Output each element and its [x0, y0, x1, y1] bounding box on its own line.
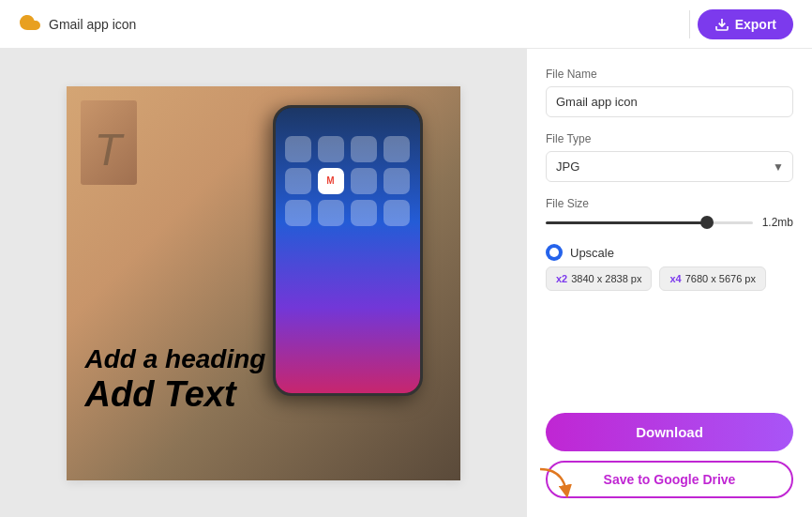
- header: Gmail app icon Export: [0, 0, 812, 49]
- app-icon: [285, 136, 311, 162]
- export-label: Export: [735, 17, 776, 32]
- download-button[interactable]: Download: [546, 413, 793, 451]
- file-type-select-wrapper: JPG PNG SVG PDF WebP ▼: [546, 151, 793, 182]
- file-size-value: 1.2mb: [762, 216, 793, 229]
- button-section: Download Save to Google Drive: [546, 413, 793, 498]
- app-icon: [318, 200, 344, 226]
- app-icon: [351, 168, 377, 194]
- upscale-x2-multiplier: x2: [556, 273, 567, 284]
- upscale-x4-resolution: 7680 x 5676 px: [685, 273, 756, 284]
- file-type-label: File Type: [546, 132, 793, 145]
- canvas-overlay-text: Add a heading Add Text: [85, 345, 310, 415]
- arrow-indicator-icon: [536, 465, 574, 503]
- file-size-slider[interactable]: [546, 221, 753, 224]
- upscale-x2-resolution: 3840 x 2838 px: [571, 273, 641, 284]
- canvas-area: T M Add a hea: [0, 49, 526, 517]
- upscale-x4-button[interactable]: x4 7680 x 5676 px: [659, 266, 765, 291]
- file-name-input[interactable]: [546, 86, 793, 117]
- app-icon: [351, 200, 377, 226]
- upscale-group: Upscale x2 3840 x 2838 px x4 7680 x 5676…: [546, 244, 793, 291]
- right-panel: File Name File Type JPG PNG SVG PDF WebP…: [526, 49, 812, 517]
- app-icon: [318, 136, 344, 162]
- upscale-x2-button[interactable]: x2 3840 x 2838 px: [546, 266, 652, 291]
- phone-apps-grid: M: [285, 136, 411, 226]
- file-type-select[interactable]: JPG PNG SVG PDF WebP: [546, 151, 793, 182]
- app-icon: [383, 200, 410, 226]
- project-title: Gmail app icon: [49, 17, 136, 32]
- file-size-group: File Size 1.2mb: [546, 197, 793, 229]
- cloud-icon: [19, 11, 41, 38]
- file-name-label: File Name: [546, 68, 793, 81]
- save-to-drive-button[interactable]: Save to Google Drive: [546, 461, 793, 498]
- upscale-label: Upscale: [570, 246, 614, 260]
- app-icon: [351, 136, 377, 162]
- file-size-row: 1.2mb: [546, 216, 793, 229]
- export-icon: [714, 17, 729, 32]
- app-icon: [383, 168, 410, 194]
- app-icon: [383, 136, 410, 162]
- file-name-group: File Name: [546, 68, 793, 117]
- overlay-subtext: Add Text: [85, 374, 310, 415]
- export-button[interactable]: Export: [698, 9, 793, 39]
- save-drive-wrapper: Save to Google Drive: [546, 461, 793, 498]
- file-size-label: File Size: [546, 197, 793, 210]
- header-divider: [689, 10, 690, 38]
- upscale-row: Upscale: [546, 244, 793, 261]
- upscale-x4-multiplier: x4: [669, 273, 681, 284]
- overlay-heading: Add a heading: [85, 345, 310, 374]
- app-icon: [285, 200, 311, 226]
- upscale-icon-inner: [549, 248, 559, 257]
- upscale-options: x2 3840 x 2838 px x4 7680 x 5676 px: [546, 266, 793, 291]
- main-layout: T M Add a hea: [0, 49, 812, 517]
- canvas-card: T M Add a hea: [67, 86, 460, 480]
- book-letter-decoration: T: [95, 124, 122, 175]
- file-type-group: File Type JPG PNG SVG PDF WebP ▼: [546, 132, 793, 182]
- gmail-app-icon: M: [318, 168, 344, 194]
- app-icon: [285, 168, 311, 194]
- upscale-icon: [546, 244, 563, 261]
- header-left: Gmail app icon: [19, 11, 136, 38]
